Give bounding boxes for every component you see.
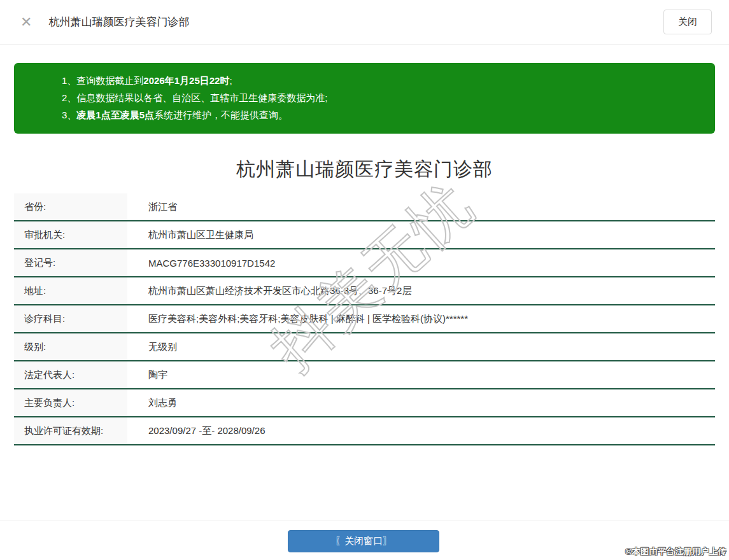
notice-line-bold: 凌晨1点至凌晨5点 [76, 109, 154, 120]
row-label: 执业许可证有效期: [14, 417, 127, 444]
window-title: 杭州萧山瑞颜医疗美容门诊部 [48, 15, 189, 29]
close-window-button[interactable]: 〖关闭窗口〗 [288, 530, 439, 552]
table-row-level: 级别: 无级别 [14, 333, 715, 361]
row-label: 主要负责人: [14, 389, 127, 416]
row-value: 杭州市萧山区卫生健康局 [127, 221, 715, 248]
notice-line-num: 1、 [62, 75, 76, 86]
table-row-license-validity: 执业许可证有效期: 2023/09/27 -至- 2028/09/26 [14, 417, 715, 445]
table-row-address: 地址: 杭州市萧山区萧山经济技术开发区市心北路36-3号、36-7号2层 [14, 277, 715, 305]
row-value: 浙江省 [127, 193, 715, 220]
page-title: 杭州萧山瑞颜医疗美容门诊部 [0, 157, 729, 183]
notice-line-text: 信息数据结果以各省、自治区、直辖市卫生健康委数据为准; [76, 92, 327, 103]
close-button[interactable]: 关闭 [663, 10, 712, 34]
notice-line-1: 1、查询数据截止到2026年1月25日22时; [62, 72, 702, 89]
row-label: 级别: [14, 333, 127, 360]
notice-line-text: ; [229, 75, 232, 86]
row-value: 2023/09/27 -至- 2028/09/26 [127, 417, 715, 444]
table-row-province: 省份: 浙江省 [14, 193, 715, 221]
row-label: 诊疗科目: [14, 305, 127, 332]
table-row-departments: 诊疗科目: 医疗美容科;美容外科;美容牙科;美容皮肤科 | 麻醉科 | 医学检验… [14, 305, 715, 333]
notice-line-2: 2、信息数据结果以各省、自治区、直辖市卫生健康委数据为准; [62, 89, 702, 106]
info-table: 省份: 浙江省 审批机关: 杭州市萧山区卫生健康局 登记号: MACG776E3… [14, 193, 715, 445]
notice-line-text: 系统进行维护，不能提供查询。 [154, 109, 288, 120]
close-x-icon[interactable]: ✕ [20, 15, 32, 29]
notice-line-num: 2、 [62, 92, 76, 103]
row-label: 省份: [14, 193, 127, 220]
row-value: 陶宇 [127, 361, 715, 388]
notice-line-text: 查询数据截止到 [76, 75, 143, 86]
row-label: 法定代表人: [14, 361, 127, 388]
table-row-legal-representative: 法定代表人: 陶宇 [14, 361, 715, 389]
row-value: 医疗美容科;美容外科;美容牙科;美容皮肤科 | 麻醉科 | 医学检验科(协议)*… [127, 305, 715, 332]
notice-line-bold: 2026年1月25日22时 [143, 75, 229, 86]
row-label: 地址: [14, 277, 127, 304]
notice-line-num: 3、 [62, 109, 76, 120]
copyright-watermark: ©本图由平台注册用户上传 [625, 546, 726, 557]
row-value: MACG776E333010917D1542 [127, 249, 715, 276]
row-value: 刘志勇 [127, 389, 715, 416]
row-value: 无级别 [127, 333, 715, 360]
row-label: 审批机关: [14, 221, 127, 248]
table-row-registration-number: 登记号: MACG776E333010917D1542 [14, 249, 715, 277]
row-label: 登记号: [14, 249, 127, 276]
table-row-principal: 主要负责人: 刘志勇 [14, 389, 715, 417]
footer-divider [0, 521, 729, 521]
notice-banner: 1、查询数据截止到2026年1月25日22时; 2、信息数据结果以各省、自治区、… [14, 63, 715, 134]
row-value: 杭州市萧山区萧山经济技术开发区市心北路36-3号、36-7号2层 [127, 277, 715, 304]
table-row-approval-authority: 审批机关: 杭州市萧山区卫生健康局 [14, 221, 715, 249]
top-bar: ✕ 杭州萧山瑞颜医疗美容门诊部 关闭 [0, 0, 729, 45]
notice-line-3: 3、凌晨1点至凌晨5点系统进行维护，不能提供查询。 [62, 106, 702, 123]
